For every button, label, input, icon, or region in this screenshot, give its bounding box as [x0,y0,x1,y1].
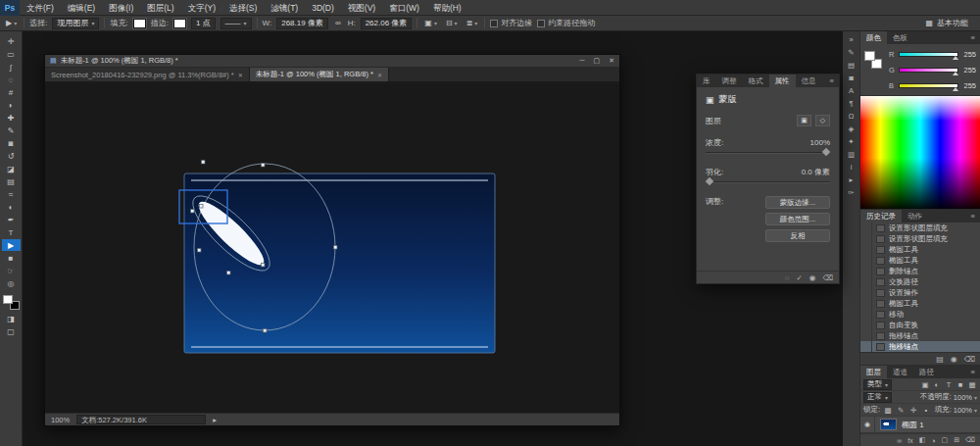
hand-tool-icon[interactable]: ☞ [2,265,21,276]
lasso-tool-icon[interactable]: ʃ [2,61,21,73]
tab-properties[interactable]: 属性 [769,74,796,87]
filter-adjustment-layers-icon[interactable]: ◐ [932,380,942,389]
new-group-icon[interactable]: ▢ [942,436,949,444]
close-icon[interactable]: ✕ [238,72,243,78]
select-mode-dropdown[interactable]: 现用图层 ▾ [52,18,99,29]
stroke-style-dropdown[interactable]: —— ▾ [220,18,252,29]
disable-mask-icon[interactable]: ◉ [809,273,816,282]
healing-brush-tool-icon[interactable]: ✚ [2,112,21,124]
layer-row[interactable]: ◉ 椭圆 1 [860,417,980,433]
tab-paths[interactable]: 路径 [913,366,940,378]
brushes-panel-icon[interactable]: ✎ [845,47,858,57]
zoom-level[interactable]: 100% [51,416,70,424]
history-source-checkbox[interactable] [862,309,872,320]
red-slider[interactable] [899,52,958,57]
delete-mask-icon[interactable]: ⌫ [822,273,833,282]
info-panel-icon[interactable]: i [845,162,858,172]
link-layers-icon[interactable]: ∞ [897,437,902,444]
lock-position-icon[interactable]: ✛ [908,406,918,415]
align-edges-option[interactable]: 对齐边缘 [490,18,532,28]
green-value[interactable]: 255 [961,66,976,74]
type-tool-icon[interactable]: T [2,226,21,238]
color-range-button[interactable]: 颜色范围... [765,213,830,225]
document-title-bar[interactable]: ▤ 未标题-1 @ 100% (椭圆 1, RGB/8) * ─ ▢ ✕ [45,55,619,68]
crop-tool-icon[interactable]: # [2,86,21,98]
canvas-area[interactable] [45,83,619,414]
history-state-row[interactable]: 交换路径 [860,276,980,287]
slider-thumb[interactable] [953,87,958,91]
delete-layer-icon[interactable]: ⌫ [965,436,975,444]
menu-item[interactable]: 3D(D) [305,0,341,16]
path-operations-button[interactable]: ▣ ▾ [422,19,439,27]
filter-shape-layers-icon[interactable]: ■ [956,380,965,389]
layer-thumbnail[interactable] [880,419,897,430]
styles-panel-icon[interactable]: ◈ [845,124,858,133]
status-arrow-icon[interactable]: ▸ [213,416,217,424]
history-state-row[interactable]: 椭圆工具 [860,255,980,266]
history-state-row[interactable]: 椭圆工具 [860,244,980,255]
zoom-tool-icon[interactable]: ◎ [2,277,21,289]
tab-actions[interactable]: 动作 [902,210,928,223]
tab-adjustments[interactable]: 调整 [716,74,743,87]
foreground-color-swatch[interactable] [3,295,13,304]
mask-edge-button[interactable]: 蒙版边缘... [765,196,830,209]
slider-thumb[interactable] [953,72,958,75]
lock-pixels-icon[interactable]: ✎ [896,406,906,415]
history-source-checkbox[interactable] [862,341,872,352]
new-snapshot-icon[interactable]: ◉ [951,355,957,364]
delete-state-icon[interactable]: ⌫ [964,355,975,364]
pen-tool-icon[interactable]: ✒ [2,214,21,225]
foreground-background-swatches[interactable] [3,295,20,310]
layer-filter-dropdown[interactable]: 类型 ▾ [863,379,892,390]
path-arrange-button[interactable]: ≣ ▾ [465,19,480,27]
filter-type-layers-icon[interactable]: T [944,380,954,389]
red-value[interactable]: 255 [961,50,976,59]
add-pixel-mask-button[interactable]: ▣ [797,115,811,126]
filter-smart-objects-icon[interactable]: ▦ [967,380,977,389]
gradient-tool-icon[interactable]: ▤ [2,175,21,187]
blue-slider[interactable] [899,83,958,88]
history-source-checkbox[interactable] [862,244,872,255]
layer-effects-icon[interactable]: fx [907,437,912,444]
fill-value[interactable]: 100% [954,406,972,415]
rectangle-tool-icon[interactable]: ■ [2,252,21,264]
invert-button[interactable]: 反相 [765,229,830,242]
load-selection-icon[interactable]: ◌ [785,273,789,282]
path-alignment-button[interactable]: ⊟ ▾ [444,19,460,27]
constrain-path-checkbox[interactable] [537,20,545,27]
menu-item[interactable]: 文件(F) [20,0,61,16]
history-brush-tool-icon[interactable]: ↺ [2,150,21,162]
menu-item[interactable]: 视图(V) [341,0,382,16]
navigator-panel-icon[interactable]: ✦ [845,136,858,146]
history-state-row[interactable]: 椭圆工具 [860,298,980,309]
clone-stamp-tool-icon[interactable]: ◙ [2,137,21,149]
panel-menu-icon[interactable]: ≡ [825,74,839,87]
feather-slider[interactable] [706,181,830,183]
quick-selection-tool-icon[interactable]: ◌ [2,74,21,85]
close-icon[interactable]: ✕ [377,72,382,78]
move-tool-icon[interactable]: ✛ [2,35,21,47]
menu-item[interactable]: 图像(I) [102,0,140,16]
height-field[interactable]: 262.06 像素 [361,18,413,29]
menu-item[interactable]: 窗口(W) [382,0,426,16]
lock-all-icon[interactable]: ▪ [921,406,931,415]
close-icon[interactable]: ✕ [609,57,614,65]
history-state-row[interactable]: 拖移锚点 [860,330,980,341]
apply-mask-icon[interactable]: ✓ [797,273,803,282]
tab-info[interactable]: 信息 [796,74,822,87]
rect-marquee-tool-icon[interactable]: ▭ [2,48,21,60]
stroke-width-field[interactable]: 1 点 [191,18,216,29]
document-tab[interactable]: Screenshot_20180416-232929.png @ 11.3%(R… [45,68,250,81]
menu-item[interactable]: 帮助(H) [426,0,468,16]
expand-panels-icon[interactable]: » [845,34,858,44]
clone-source-panel-icon[interactable]: ◙ [845,73,858,82]
history-source-checkbox[interactable] [862,255,872,266]
history-state-row[interactable]: 删除锚点 [860,266,980,276]
history-state-row[interactable]: 设置形状图层填充 [860,233,980,244]
history-source-checkbox[interactable] [862,330,872,341]
layer-name[interactable]: 椭圆 1 [902,420,924,430]
slider-thumb[interactable] [953,56,958,60]
history-state-row[interactable]: 设置形状图层填充 [860,223,980,233]
menu-item[interactable]: 编辑(E) [61,0,102,16]
history-source-checkbox[interactable] [862,298,872,309]
